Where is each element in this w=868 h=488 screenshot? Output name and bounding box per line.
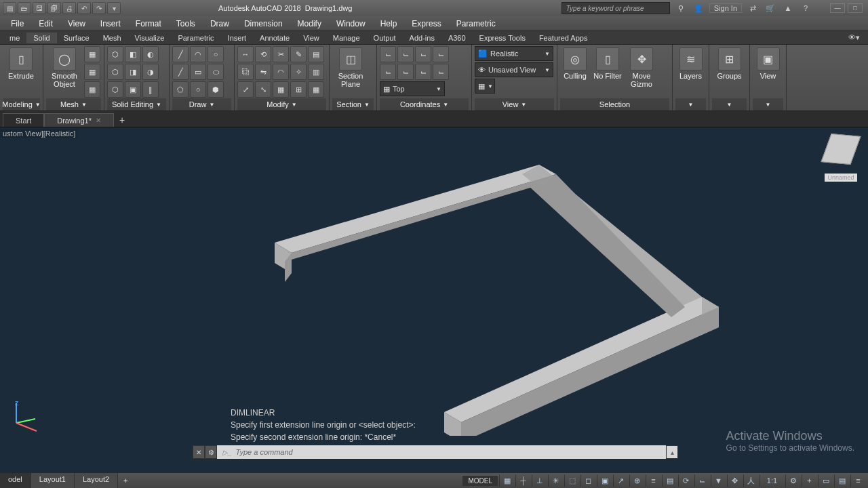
viewcube-cube[interactable] — [821, 134, 861, 165]
view-button[interactable]: ▣View — [753, 46, 783, 80]
visual-style-combo[interactable]: 🟦 Realistic▼ — [475, 46, 553, 61]
ucs-1[interactable]: ⌙ — [380, 46, 396, 62]
mod-offset[interactable]: ⊞ — [290, 81, 307, 98]
rtab-solid[interactable]: Solid — [26, 33, 56, 43]
annotation-monitor-icon[interactable]: + — [802, 474, 816, 487]
menu-help[interactable]: Help — [374, 18, 404, 30]
mod-scale[interactable]: ⤡ — [255, 81, 271, 98]
qat-open-icon[interactable]: 🗁 — [18, 2, 31, 14]
help-icon[interactable]: ? — [799, 2, 812, 14]
menu-modify[interactable]: Modify — [291, 18, 328, 30]
rtab-annotate[interactable]: Annotate — [253, 33, 296, 43]
mod-trim[interactable]: ✂ — [273, 46, 289, 62]
qat-new-icon[interactable]: ▤ — [3, 2, 16, 14]
add-tab-button[interactable]: + — [114, 113, 130, 127]
infocenter-icon[interactable]: ⚲ — [674, 2, 688, 14]
rtab-parametric[interactable]: Parametric — [171, 33, 220, 43]
mod-rotate[interactable]: ⟲ — [255, 46, 271, 62]
filetab-start[interactable]: Start — [3, 113, 44, 127]
3dosnap-toggle-icon[interactable]: ▣ — [597, 474, 612, 487]
qat-save-icon[interactable]: 🖫 — [33, 2, 46, 14]
rtab-visualize[interactable]: Visualize — [128, 33, 172, 43]
qat-redo-icon[interactable]: ↷ — [92, 2, 106, 14]
otrack-toggle-icon[interactable]: ↗ — [613, 474, 628, 487]
ucs-7[interactable]: ⌙ — [415, 64, 431, 80]
draw-circle2[interactable]: ○ — [190, 81, 206, 98]
se-8[interactable]: ◑ — [142, 64, 159, 80]
qat-dropdown-icon[interactable]: ▾ — [107, 2, 121, 14]
draw-pline[interactable]: ╱ — [172, 64, 189, 80]
mesh-btn-3[interactable]: ▦ — [84, 81, 100, 98]
annotation-toggle-icon[interactable]: 人 — [743, 474, 758, 487]
rtab-mesh[interactable]: Mesh — [96, 33, 128, 43]
layout-2[interactable]: Layout2 — [75, 473, 118, 488]
dyn-toggle-icon[interactable]: ⊕ — [629, 474, 644, 487]
se-3[interactable]: ⬡ — [107, 81, 123, 98]
se-6[interactable]: ▣ — [125, 81, 141, 98]
rtab-a360[interactable]: A360 — [441, 33, 473, 43]
drawing-area[interactable]: ustom View][Realistic] z Unnamed DIMLINE… — [0, 127, 868, 473]
maximize-button[interactable]: □ — [848, 3, 863, 13]
rtab-insert[interactable]: Insert — [221, 33, 254, 43]
section-plane-button[interactable]: ◫Section Plane — [332, 46, 369, 88]
cart-icon[interactable]: 🛒 — [764, 2, 777, 14]
menu-file[interactable]: File — [4, 18, 31, 30]
filter-toggle-icon[interactable]: ▼ — [711, 474, 726, 487]
snap-toggle-icon[interactable]: ┼ — [515, 474, 530, 487]
rtab-express[interactable]: Express Tools — [473, 33, 532, 43]
cmd-config-icon[interactable]: ⚙ — [205, 445, 217, 459]
search-input[interactable]: Type a keyword or phrase — [561, 2, 670, 14]
menu-edit[interactable]: Edit — [32, 18, 60, 30]
close-tab-icon[interactable]: ✕ — [96, 117, 101, 124]
draw-poly[interactable]: ⬠ — [172, 81, 189, 98]
extrude-button[interactable]: ▯Extrude — [3, 46, 39, 80]
exchange-icon[interactable]: ⇄ — [746, 2, 760, 14]
cmd-recent-icon[interactable]: ▴ — [666, 445, 678, 459]
draw-arc[interactable]: ◠ — [190, 46, 206, 62]
qat-saveas-icon[interactable]: 🗐 — [47, 2, 61, 14]
sign-in-button[interactable]: Sign In — [709, 3, 742, 13]
se-5[interactable]: ◨ — [125, 64, 141, 80]
osnap-toggle-icon[interactable]: ◻ — [580, 474, 595, 487]
model-space-toggle[interactable]: MODEL — [462, 476, 498, 486]
mod-copy[interactable]: ⿻ — [237, 64, 254, 80]
ducs-toggle-icon[interactable]: ⌙ — [694, 474, 709, 487]
menu-dimension[interactable]: Dimension — [237, 18, 290, 30]
filetab-drawing1[interactable]: Drawing1*✕ — [44, 113, 114, 127]
gizmo-toggle-icon[interactable]: ✥ — [727, 474, 742, 487]
draw-ellipse[interactable]: ⬭ — [208, 64, 224, 80]
mod-erase[interactable]: ✎ — [290, 46, 307, 62]
qat-undo-icon[interactable]: ↶ — [77, 2, 91, 14]
cmd-close-icon[interactable]: ✕ — [193, 445, 205, 459]
ucs-8[interactable]: ⌙ — [433, 64, 449, 80]
culling-button[interactable]: ◎Culling — [560, 46, 590, 80]
se-4[interactable]: ◧ — [125, 46, 141, 62]
layout-model[interactable]: odel — [0, 473, 31, 488]
cycling-toggle-icon[interactable]: ⟳ — [678, 474, 693, 487]
qat-plot-icon[interactable]: 🖨 — [62, 2, 76, 14]
smooth-object-button[interactable]: ◯Smooth Object — [46, 46, 83, 88]
app-icon[interactable]: ▲ — [781, 2, 795, 14]
command-input[interactable]: ▷_Type a command — [217, 445, 666, 459]
user-icon[interactable]: 👤 — [692, 2, 705, 14]
ucs-6[interactable]: ⌙ — [397, 64, 414, 80]
se-2[interactable]: ⬡ — [107, 64, 123, 80]
groups-button[interactable]: ⊞Groups — [712, 46, 747, 80]
rtab-surface[interactable]: Surface — [57, 33, 96, 43]
rtab-addins[interactable]: Add-ins — [403, 33, 441, 43]
customization-icon[interactable]: ≡ — [850, 474, 865, 487]
menu-tools[interactable]: Tools — [170, 18, 202, 30]
lwt-toggle-icon[interactable]: ≡ — [646, 474, 660, 487]
ucs-3[interactable]: ⌙ — [415, 46, 431, 62]
mod-explode[interactable]: ✧ — [290, 64, 307, 80]
minimize-button[interactable]: — — [830, 3, 845, 13]
draw-other[interactable]: ⬢ — [208, 81, 224, 98]
mod-5a[interactable]: ▤ — [308, 46, 324, 62]
rtab-output[interactable]: Output — [367, 33, 403, 43]
ucs-2[interactable]: ⌙ — [397, 46, 414, 62]
iso-toggle-icon[interactable]: ⬚ — [564, 474, 579, 487]
draw-line[interactable]: ╱ — [172, 46, 189, 62]
mod-fillet[interactable]: ◠ — [273, 64, 289, 80]
workspace-icon[interactable]: ⚙ — [785, 474, 800, 487]
mod-move[interactable]: ↔ — [237, 46, 254, 62]
